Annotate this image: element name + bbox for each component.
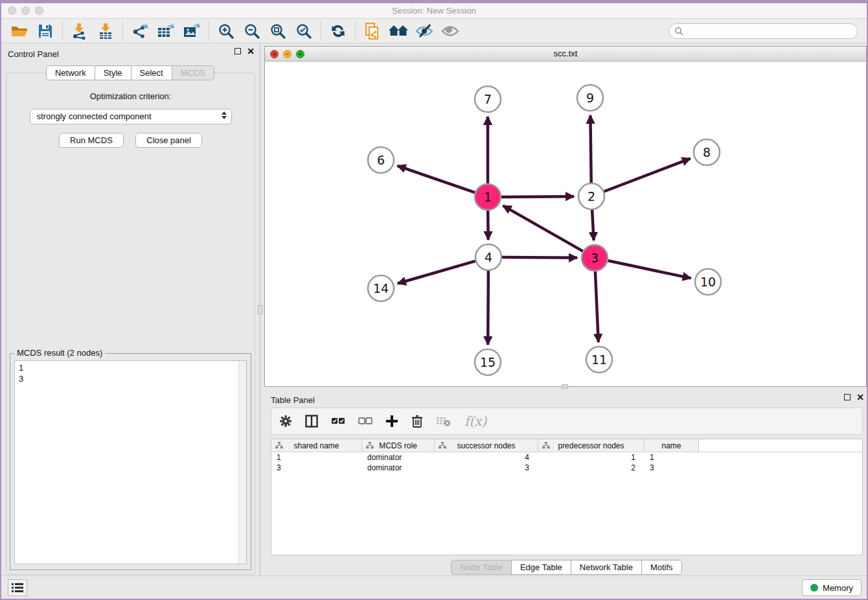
node-9[interactable]: 9 bbox=[577, 85, 603, 111]
column-header-MCDS-role[interactable]: MCDS role bbox=[362, 439, 435, 452]
maximize-window-icon[interactable] bbox=[35, 6, 43, 15]
memory-button[interactable]: Memory bbox=[802, 579, 862, 596]
node-8[interactable]: 8 bbox=[694, 139, 720, 165]
node-15[interactable]: 15 bbox=[475, 349, 501, 375]
cell-name[interactable]: 3 bbox=[645, 463, 699, 473]
table-row[interactable]: 3dominator323 bbox=[271, 463, 862, 473]
export-table-icon bbox=[157, 23, 175, 40]
maximize-network-icon[interactable]: + bbox=[296, 50, 304, 58]
window-controls[interactable] bbox=[8, 6, 43, 15]
export-image-button[interactable] bbox=[179, 21, 205, 41]
table-settings-button[interactable] bbox=[279, 415, 292, 428]
tab-motifs[interactable]: Motifs bbox=[641, 560, 682, 575]
svg-text:2: 2 bbox=[588, 189, 595, 203]
tab-edge-table[interactable]: Edge Table bbox=[511, 560, 571, 575]
node-10[interactable]: 10 bbox=[695, 269, 721, 295]
network-canvas[interactable]: 1234678910111415 bbox=[265, 62, 866, 386]
network-window-titlebar[interactable]: × − + scc.txt bbox=[265, 47, 866, 62]
node-6[interactable]: 6 bbox=[368, 147, 394, 173]
cell-successor-nodes[interactable]: 3 bbox=[435, 463, 538, 473]
tab-node-table[interactable]: Node Table bbox=[451, 560, 512, 575]
show-columns-button[interactable] bbox=[305, 415, 318, 428]
edge-1-2[interactable] bbox=[501, 196, 574, 197]
cell-name[interactable]: 1 bbox=[645, 452, 699, 463]
node-1[interactable]: 1 bbox=[475, 184, 501, 210]
add-column-button[interactable] bbox=[385, 415, 398, 428]
zoom-out-button[interactable] bbox=[239, 21, 265, 41]
table-row[interactable]: 1dominator411 bbox=[271, 452, 862, 463]
column-header-predecessor-nodes[interactable]: predecessor nodes bbox=[538, 439, 645, 452]
tab-mcds[interactable]: MCDS bbox=[172, 65, 214, 80]
close-panel-button[interactable]: Close panel bbox=[135, 133, 202, 148]
deselect-all-button[interactable] bbox=[358, 417, 372, 426]
minimize-network-icon[interactable]: − bbox=[283, 50, 291, 58]
neighbors-button[interactable] bbox=[385, 21, 411, 41]
column-header-successor-nodes[interactable]: successor nodes bbox=[435, 439, 538, 452]
tab-network-table[interactable]: Network Table bbox=[571, 560, 642, 575]
tab-style[interactable]: Style bbox=[95, 65, 131, 80]
open-session-button[interactable] bbox=[6, 21, 32, 41]
cell-shared-name[interactable]: 3 bbox=[271, 463, 362, 473]
node-4[interactable]: 4 bbox=[475, 244, 501, 270]
close-panel-icon[interactable]: ✕ bbox=[247, 48, 255, 54]
minimize-window-icon[interactable] bbox=[21, 6, 30, 15]
import-table-button[interactable] bbox=[93, 21, 119, 41]
optimization-criterion-select[interactable]: strongly connected component bbox=[30, 109, 232, 124]
edge-2-3[interactable] bbox=[592, 210, 594, 240]
node-3[interactable]: 3 bbox=[582, 245, 608, 271]
run-mcds-button[interactable]: Run MCDS bbox=[59, 133, 124, 148]
cell-shared-name[interactable]: 1 bbox=[271, 452, 362, 463]
edge-1-4[interactable] bbox=[488, 211, 488, 240]
float-panel-icon[interactable] bbox=[234, 48, 241, 54]
search-input[interactable] bbox=[687, 27, 852, 36]
zoom-fit-button[interactable] bbox=[265, 21, 291, 41]
edge-4-3[interactable] bbox=[502, 257, 577, 258]
float-table-panel-icon[interactable] bbox=[844, 394, 851, 400]
function-builder-button[interactable]: f(x) bbox=[464, 413, 486, 429]
export-table-button[interactable] bbox=[153, 21, 179, 41]
refresh-layout-button[interactable] bbox=[325, 21, 351, 41]
duplicate-network-button[interactable] bbox=[360, 21, 385, 41]
close-table-panel-icon[interactable]: ✕ bbox=[856, 394, 864, 400]
clear-table-button[interactable] bbox=[436, 415, 451, 427]
task-history-button[interactable] bbox=[8, 579, 27, 596]
mcds-result-area[interactable]: 1 3 bbox=[14, 360, 247, 564]
node-7[interactable]: 7 bbox=[475, 86, 501, 112]
result-scrollbar[interactable] bbox=[238, 361, 246, 564]
column-header-name[interactable]: name bbox=[645, 439, 699, 452]
import-network-button[interactable] bbox=[67, 21, 93, 41]
close-network-icon[interactable]: × bbox=[270, 50, 279, 58]
edge-1-6[interactable] bbox=[398, 166, 475, 192]
vertical-splitter-handle[interactable] bbox=[258, 305, 263, 314]
edge-3-1[interactable] bbox=[503, 205, 583, 251]
edge-4-14[interactable] bbox=[398, 261, 475, 284]
edge-3-10[interactable] bbox=[608, 260, 691, 278]
cell-MCDS-role[interactable]: dominator bbox=[362, 452, 435, 463]
cell-predecessor-nodes[interactable]: 2 bbox=[538, 463, 645, 473]
close-window-icon[interactable] bbox=[8, 6, 16, 15]
zoom-in-button[interactable] bbox=[213, 21, 239, 41]
select-all-button[interactable] bbox=[331, 417, 345, 426]
node-table[interactable]: shared nameMCDS rolesuccessor nodesprede… bbox=[271, 439, 863, 555]
search-box[interactable] bbox=[668, 23, 858, 39]
node-14[interactable]: 14 bbox=[368, 275, 394, 301]
edge-4-15[interactable] bbox=[488, 271, 488, 345]
node-2[interactable]: 2 bbox=[578, 183, 604, 209]
horizontal-splitter-handle[interactable] bbox=[562, 384, 568, 389]
hide-selected-button[interactable] bbox=[411, 21, 437, 41]
node-11[interactable]: 11 bbox=[586, 347, 612, 373]
edge-2-9[interactable] bbox=[590, 115, 591, 183]
export-network-button[interactable] bbox=[127, 21, 153, 41]
save-session-button[interactable] bbox=[32, 21, 58, 41]
edge-3-11[interactable] bbox=[595, 271, 599, 342]
edge-2-8[interactable] bbox=[604, 159, 691, 192]
tab-network[interactable]: Network bbox=[46, 65, 95, 80]
show-hidden-button[interactable] bbox=[437, 21, 463, 41]
zoom-selected-button[interactable] bbox=[291, 21, 317, 41]
delete-column-button[interactable] bbox=[411, 415, 423, 428]
cell-MCDS-role[interactable]: dominator bbox=[362, 463, 435, 473]
tab-select[interactable]: Select bbox=[131, 65, 172, 80]
column-header-shared-name[interactable]: shared name bbox=[271, 439, 362, 452]
cell-successor-nodes[interactable]: 4 bbox=[435, 452, 538, 463]
cell-predecessor-nodes[interactable]: 1 bbox=[538, 452, 645, 463]
